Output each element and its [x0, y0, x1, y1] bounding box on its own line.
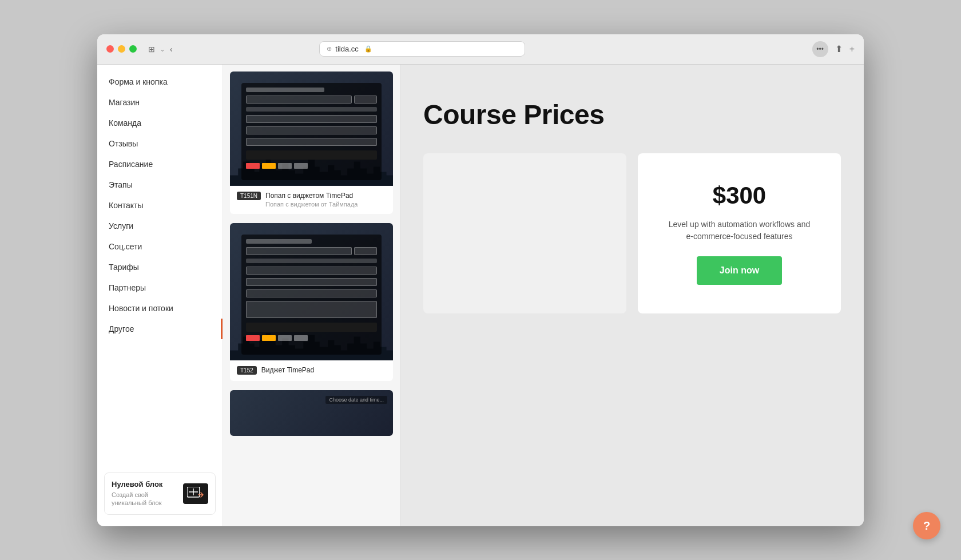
zero-block-desc: Создай свой уникальный блок	[112, 491, 177, 507]
pricing-card-featured: $300 Level up with automation workflows …	[638, 153, 841, 313]
help-button[interactable]: ?	[913, 512, 940, 539]
browser-actions: ••• ⬆ +	[812, 41, 855, 57]
browser-chrome: ⊞ ⌄ ‹ ⊕ tilda.cc 🔒 ••• ⬆ +	[97, 34, 864, 65]
sidebar-item-drugoe[interactable]: Другое	[97, 319, 223, 339]
zero-block-icon	[183, 483, 208, 504]
price-description: Level up with automation workflows and e…	[665, 219, 814, 243]
block-library: T151N Попап с виджетом TimePad Попап с в…	[223, 65, 400, 526]
sidebar-item-etapy[interactable]: Этапы	[97, 174, 223, 195]
sidebar-item-partnery[interactable]: Партнеры	[97, 277, 223, 298]
course-prices-section: Course Prices $300 Level up with automat…	[423, 99, 841, 313]
block-card-3[interactable]: Choose date and time...	[230, 390, 393, 436]
pricing-cards: $300 Level up with automation workflows …	[423, 153, 841, 313]
chevron-down-icon: ⌄	[160, 45, 165, 53]
sidebar-item-tarify[interactable]: Тарифы	[97, 257, 223, 277]
browser-controls: ⊞ ⌄ ‹	[148, 45, 173, 54]
browser-window: ⊞ ⌄ ‹ ⊕ tilda.cc 🔒 ••• ⬆ + Форма и кнопк…	[97, 34, 864, 526]
close-button[interactable]	[106, 45, 114, 53]
sidebar-item-novosti[interactable]: Новости и потоки	[97, 298, 223, 319]
new-tab-icon[interactable]: +	[849, 44, 855, 54]
maximize-button[interactable]	[129, 45, 137, 53]
sidebar-item-kontakty[interactable]: Контакты	[97, 195, 223, 216]
sidebar: Форма и кнопка Магазин Команда Отзывы Ра…	[97, 65, 223, 526]
zero-block-text: Нулевой блок Создай свой уникальный блок	[112, 480, 177, 507]
section-title: Course Prices	[423, 99, 841, 130]
sidebar-item-forma[interactable]: Форма и кнопка	[97, 72, 223, 92]
form-preview	[241, 83, 382, 180]
block-preview-2	[230, 223, 393, 360]
sidebar-item-otzyvy[interactable]: Отзывы	[97, 133, 223, 154]
block-badge-1: T151N	[237, 192, 261, 200]
sidebar-item-soc-seti[interactable]: Соц.сети	[97, 236, 223, 257]
block-preview-1	[230, 72, 393, 186]
minimize-button[interactable]	[118, 45, 125, 53]
more-menu-button[interactable]: •••	[812, 41, 828, 57]
browser-body: Форма и кнопка Магазин Команда Отзывы Ра…	[97, 65, 864, 526]
sidebar-item-magazin[interactable]: Магазин	[97, 92, 223, 113]
block-card-t151n[interactable]: T151N Попап с виджетом TimePad Попап с в…	[230, 72, 393, 215]
block-title-2: Виджет TimePad	[261, 366, 314, 375]
block-subtitle-1: Попап с виджетом от Таймпада	[265, 200, 358, 208]
sidebar-item-raspisanie[interactable]: Расписание	[97, 154, 223, 174]
block-label-2: T152 Виджет TimePad	[230, 360, 393, 381]
pricing-card-empty	[423, 153, 626, 313]
ssl-icon: 🔒	[364, 45, 372, 53]
price-amount: $300	[713, 182, 766, 209]
zero-block-title: Нулевой блок	[112, 480, 177, 490]
block-card-t152[interactable]: T152 Виджет TimePad	[230, 223, 393, 381]
share-icon[interactable]: ⬆	[835, 43, 843, 54]
sidebar-item-uslugi[interactable]: Услуги	[97, 216, 223, 236]
sidebar-nav: Форма и кнопка Магазин Команда Отзывы Ра…	[97, 65, 223, 468]
back-icon[interactable]: ‹	[170, 45, 173, 54]
preview-pane: Course Prices $300 Level up with automat…	[400, 65, 864, 526]
join-now-button[interactable]: Join now	[697, 256, 782, 285]
zero-block-card[interactable]: Нулевой блок Создай свой уникальный блок	[104, 472, 216, 514]
block-title-1: Попап с виджетом TimePad	[265, 192, 358, 201]
sidebar-item-komanda[interactable]: Команда	[97, 113, 223, 133]
block-preview-3: Choose date and time...	[230, 390, 393, 436]
form-preview-2	[241, 235, 382, 355]
block-label-1: T151N Попап с виджетом TimePad Попап с в…	[230, 186, 393, 215]
address-bar[interactable]: ⊕ tilda.cc 🔒	[319, 41, 525, 57]
sidebar-toggle-icon[interactable]: ⊞	[148, 45, 155, 54]
block-badge-2: T152	[237, 366, 257, 375]
traffic-lights	[106, 45, 137, 53]
address-bar-text: tilda.cc	[335, 45, 358, 53]
lock-icon: ⊕	[327, 45, 332, 53]
